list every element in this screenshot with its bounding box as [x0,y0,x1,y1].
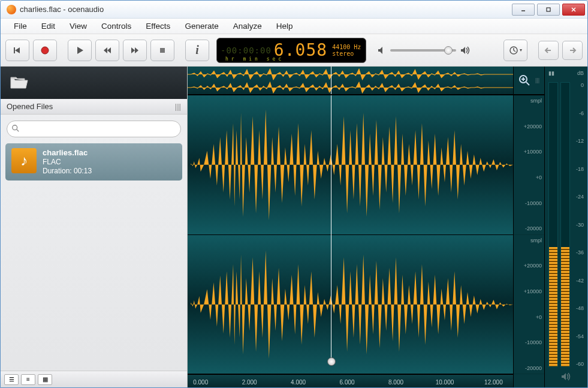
wave-column: 0.000 2.000 4.000 6.000 8.000 10.000 12.… [188,67,513,387]
ruler-tick: 8.000 [388,379,403,386]
grip-icon[interactable]: ||| [535,77,539,83]
file-item[interactable]: ♪ charlies.flac FLAC Duration: 00:13 [5,143,182,181]
menu-file[interactable]: File [7,20,34,32]
sidebar-footer: ☰ ≡ ▦ [1,371,187,387]
ruler-tick: 10.000 [436,379,454,386]
db-val: -6 [576,110,584,116]
folder-open-icon [9,73,28,92]
track-left[interactable] [188,95,513,235]
toolbar: i -00:00:00 6.058 44100 Hz stereo hr min… [1,34,587,67]
nav-forward-button[interactable] [562,41,583,60]
meter-bar-right [560,82,570,367]
info-button[interactable]: i [185,40,209,61]
ampscale-val: -10000 [516,200,542,206]
volume-slider[interactable] [390,49,456,52]
menu-effects[interactable]: Effects [138,20,177,32]
db-scale: 0 -6 -12 -18 -24 -30 -36 -42 -48 -54 -60 [576,80,584,369]
track-right[interactable] [188,235,513,375]
record-button[interactable] [33,40,57,61]
svg-line-21 [17,130,19,132]
menu-controls[interactable]: Controls [94,20,138,32]
play-button[interactable] [68,40,92,61]
db-label: dB [577,70,584,80]
speaker-low-icon [377,46,387,55]
timecode-display: -00:00:00 6.058 44100 Hz stereo hr min s… [216,38,366,63]
file-name: charlies.flac [43,148,88,157]
window-title: charlies.flac - ocenaudio [20,5,509,14]
ampscale-val: +10000 [516,288,542,294]
ruler-tick: 4.000 [291,379,306,386]
sidebar-section-title: Opened Files ||| [1,99,187,115]
view-list-button[interactable]: ☰ [4,374,19,385]
svg-marker-5 [15,47,20,53]
sidebar: Opened Files ||| ♪ charlies.flac FLAC Du… [1,67,188,387]
ruler-tick: 2.000 [242,379,257,386]
menu-generate[interactable]: Generate [177,20,225,32]
music-note-icon: ♪ [11,148,37,173]
level-meters: ▮▮dB 0 -6 -12 -18 -24 -30 -36 -42 -48 -5… [544,67,587,387]
nav-back-button[interactable] [538,41,559,60]
waveform-left [188,95,513,234]
db-val: -18 [576,166,584,172]
overview-wave-left [188,68,513,81]
tracks-area[interactable] [188,95,513,374]
search-input[interactable] [7,121,181,137]
db-val: -48 [576,305,584,311]
forward-button[interactable] [123,40,147,61]
app-icon [7,5,16,14]
menu-help[interactable]: Help [269,20,300,32]
view-compact-button[interactable]: ≡ [21,374,35,385]
rewind-button[interactable] [95,40,119,61]
svg-point-20 [13,125,17,130]
db-val: -42 [576,278,584,284]
db-val: -12 [576,138,584,144]
ampscale-left: smpl +20000 +10000 +0 -10000 -20000 [514,95,544,235]
db-val: -36 [576,249,584,255]
window-controls [509,4,585,16]
ampscale-val: +10000 [516,149,542,155]
maximize-button[interactable] [537,4,560,16]
zoom-header: ||| [514,67,544,95]
playhead[interactable] [331,95,331,361]
svg-rect-12 [160,48,165,53]
search-wrap [1,115,187,143]
timecode-remaining: -00:00:00 [221,46,272,55]
file-duration: Duration: 00:13 [43,167,92,175]
zoom-in-icon[interactable] [518,74,530,86]
opened-files-label: Opened Files [7,102,53,111]
svg-marker-13 [378,47,382,54]
ampscale-val: +20000 [516,263,542,269]
menu-analyze[interactable]: Analyze [226,20,269,32]
svg-marker-10 [131,47,135,53]
minimize-button[interactable] [512,4,535,16]
output-speaker-icon[interactable] [548,369,584,384]
close-button[interactable] [562,4,585,16]
sidebar-header[interactable] [1,67,187,99]
db-val: 0 [576,82,584,88]
ampscale-val: +20000 [516,124,542,130]
file-meta: charlies.flac FLAC Duration: 00:13 [43,148,92,176]
ampscale-unit: smpl [516,237,542,243]
svg-line-17 [514,50,515,52]
menu-edit[interactable]: Edit [34,20,62,32]
overview-strip[interactable] [188,67,513,95]
menu-view[interactable]: View [62,20,94,32]
ampscale-val: +0 [516,175,542,181]
overview-wave-right [188,81,513,94]
ampscale-right: smpl +20000 +10000 +0 -10000 -20000 [514,235,544,375]
titlebar: charlies.flac - ocenaudio [1,1,587,19]
search-icon [11,124,20,133]
stop-button[interactable] [150,40,174,61]
history-button[interactable]: ▾ [503,40,527,61]
back-to-start-button[interactable] [5,40,29,61]
grip-icon[interactable]: ||| [175,102,181,111]
ampscale-val: -20000 [516,225,542,231]
view-grid-button[interactable]: ▦ [38,374,52,385]
time-ruler[interactable]: 0.000 2.000 4.000 6.000 8.000 10.000 12.… [188,374,513,387]
db-val: -30 [576,222,584,228]
menubar: File Edit View Controls Effects Generate… [1,19,587,34]
meter-bar-left [548,82,558,367]
meter-bars [548,80,574,369]
svg-marker-8 [104,47,107,53]
timecode-unit-labels: hr min sec [225,56,284,62]
